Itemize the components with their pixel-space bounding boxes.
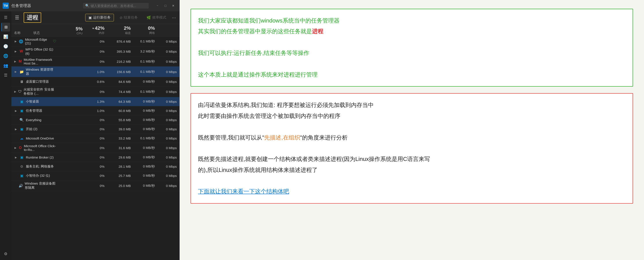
table-row[interactable]: 🔍 Everything 0% 55.8 MB 0 MB/秒 0 Mbps [12,116,180,125]
table-row[interactable]: ▶ 🌐 Microsoft Edge (21) ♡ 0% 876.4 MB 0.… [12,36,180,46]
proc-cpu: 0% [82,40,104,43]
proc-icon: 📁 [19,69,24,74]
proc-icon: M [18,59,22,64]
proc-net: 0 Mbps [155,70,177,74]
efficiency-button[interactable]: 🌿 效率模式 [144,14,169,21]
proc-name: 服务主机: 网络服务 [26,164,54,169]
minimize-button[interactable]: － [154,3,161,8]
green-line2-prefix: 其实我们的任务管理器中显示的这些任务就是 [198,28,312,34]
proc-icon: O [18,145,22,150]
proc-disk: 0.1 MB/秒 [131,136,155,140]
sidebar-icon-processes[interactable]: ⊞ [1,23,10,31]
table-row[interactable]: ▶ ▣ Runtime Broker (2) 0% 29.6 MB 0 MB/秒… [12,153,180,162]
red-line6: 既然要先描述进程,就要创建一个结构体或者类来描述进程(因为Linux操作系统是用… [198,156,430,162]
proc-name-cell: ▶ ▣ 开始 (2) [14,127,56,132]
table-row[interactable]: ▣ 小智桌面 1.3% 64.3 MB 0 MB/秒 0 Mbps [12,97,180,106]
expand-icon[interactable]: ▶ [14,128,18,131]
proc-net: 0 Mbps [155,109,177,113]
table-row[interactable]: ▶ ▣ 任务管理器 1.0% 60.8 MB 0 MB/秒 0 Mbps [12,106,180,116]
sidebar-icon-menu[interactable]: ☰ [1,13,10,22]
proc-name-cell: ▶ ▣ 任务管理器 [14,109,56,113]
table-row[interactable]: 🖥 桌面窗口管理器 0.6% 84.6 MB 0 MB/秒 0 Mbps [12,77,180,86]
more-options-icon[interactable]: ··· [172,15,176,20]
end-task-label: 结束任务 [124,15,138,20]
table-row[interactable]: ▶ O Microsoft Office Click-to-Ru... 0% 3… [12,143,180,153]
proc-icon: ▣ [19,109,24,113]
run-task-button[interactable]: ▣ 运行新任务 [85,14,114,21]
proc-cpu: 0.6% [82,80,104,84]
proc-disk: 3.2 MB/秒 [131,49,155,54]
proc-mem: 876.4 MB [104,40,131,43]
proc-mem: 74.4 MB [104,90,131,94]
proc-disk: 0.1 MB/秒 [131,90,155,94]
red-link[interactable]: 下面就让我们来看一下这个结构体吧 [198,188,289,195]
proc-disk: 0.1 MB/秒 [131,59,155,64]
search-box[interactable]: 🔍 [83,3,149,8]
proc-disk: 0 MB/秒 [131,164,155,169]
proc-name-cell: ▶ W WPS Office (32 位) (6) [14,47,56,55]
expand-icon[interactable]: ▶ [14,50,17,53]
proc-cpu: 0% [82,118,104,122]
expand-icon[interactable]: ▶ [14,156,18,159]
table-row[interactable]: ▶ 🛡 火绒安全软件 安全服务模块 (… 0% 74.4 MB 0.1 MB/秒… [12,86,180,97]
expand-icon[interactable]: ▶ [14,40,17,43]
green-line4: 我们可以执行:运行新任务,结束任务等等操作 [198,50,309,56]
end-task-button[interactable]: ⊘ 结束任务 [116,14,141,21]
sidebar-icon-startup[interactable]: 🌐 [1,52,10,60]
mem-pct: 42% [95,25,104,31]
table-row[interactable]: ▶ 📁 Windows 资源管理器 1.0% 156.6 MB 0.1 MB/秒… [12,66,180,77]
info-box-red: 由冯诺依曼体系结构,我们知道: 程序要想被运行必须先加载到内存当中 此时需要由操… [190,93,633,204]
expand-icon[interactable]: ▶ [14,109,18,112]
sidebar-icon-performance[interactable]: 📊 [1,32,10,41]
table-row[interactable]: ⚙ 服务主机: 网络服务 0% 28.1 MB 0 MB/秒 0 Mbps [12,162,180,171]
table-row[interactable]: ▶ M McAfee Framework Host Se... 0% 216.2… [12,57,180,66]
right-panel: 我们大家应该都知道我们windows系统当中的任务管理器 其实我们的任务管理器中… [180,0,644,260]
proc-cpu: 0% [82,146,104,150]
proc-net: 0 Mbps [155,146,177,150]
proc-name: 小智桌面 [26,100,39,104]
proc-name: 任务管理器 [26,109,42,113]
table-row[interactable]: ▣ 小智待办 (32 位) 0% 25.7 MB 0 MB/秒 0 Mbps [12,171,180,180]
proc-disk: 0 MB/秒 [131,100,155,104]
process-list[interactable]: ▶ 🌐 Microsoft Edge (21) ♡ 0% 876.4 MB 0.… [12,36,180,260]
proc-cpu: 0% [82,60,104,63]
proc-icon: W [19,49,24,54]
table-row[interactable]: ▶ W WPS Office (32 位) (6) 0% 395.3 MB 3.… [12,46,180,57]
expand-icon[interactable]: ▶ [14,146,17,149]
sidebar-icon-settings[interactable]: ⚙ [1,250,10,258]
maximize-button[interactable]: □ [162,3,169,8]
proc-name-cell: ▶ ▣ Runtime Broker (2) [14,155,56,160]
proc-cpu: 0% [82,184,104,188]
expand-icon[interactable]: ▶ [14,60,17,63]
page-title-box: 进程 [24,12,41,23]
name-col-label: 名称 [14,31,20,34]
sidebar-icon-details[interactable]: ☰ [1,71,10,80]
proc-name-cell: 🖥 桌面窗口管理器 [14,79,56,84]
table-row[interactable]: 🔊 Windows 音频设备图形隔离 0% 25.0 MB 0 MB/秒 0 M… [12,180,180,191]
proc-mem: 64.3 MB [104,100,131,104]
close-button[interactable]: ✕ [170,3,177,8]
sidebar-icon-users[interactable]: 👥 [1,61,10,70]
app-logo: TM [3,3,9,9]
proc-cpu: 0% [82,136,104,140]
disk-pct: 2% [124,25,131,31]
proc-icon: ▣ [19,155,24,160]
expand-icon[interactable]: ▶ [14,70,18,73]
green-line1: 我们大家应该都知道我们windows系统当中的任务管理器 [198,17,340,24]
sidebar-icon-history[interactable]: 🕐 [1,42,10,51]
titlebar: TM 任务管理器 🔍 － □ ✕ [0,0,180,11]
proc-cpu: 1.0% [82,109,104,113]
proc-name-cell: ▶ 🌐 Microsoft Edge (21) ♡ [14,38,56,45]
search-input[interactable] [91,4,146,8]
proc-mem: 33.2 MB [104,136,131,140]
tm-body: ☰ ⊞ 📊 🕐 🌐 👥 ☰ ⚙ ☰ 进程 ▣ 运行新任务 [0,11,180,260]
info-text-red: 由冯诺依曼体系结构,我们知道: 程序要想被运行必须先加载到内存当中 此时需要由操… [198,100,626,197]
proc-name-cell: ▣ 小智待办 (32 位) [14,173,56,178]
expand-icon[interactable]: ▶ [14,90,16,93]
proc-name: Everything [26,118,42,122]
table-row[interactable]: ▶ ▣ 开始 (2) 0% 39.0 MB 0 MB/秒 0 Mbps [12,125,180,134]
table-row[interactable]: ☁ Microsoft OneDrive 0% 33.2 MB 0.1 MB/秒… [12,134,180,143]
proc-net: 0 Mbps [155,155,177,159]
proc-name-cell: ⚙ 服务主机: 网络服务 [14,164,56,169]
hamburger-icon[interactable]: ☰ [15,15,19,20]
